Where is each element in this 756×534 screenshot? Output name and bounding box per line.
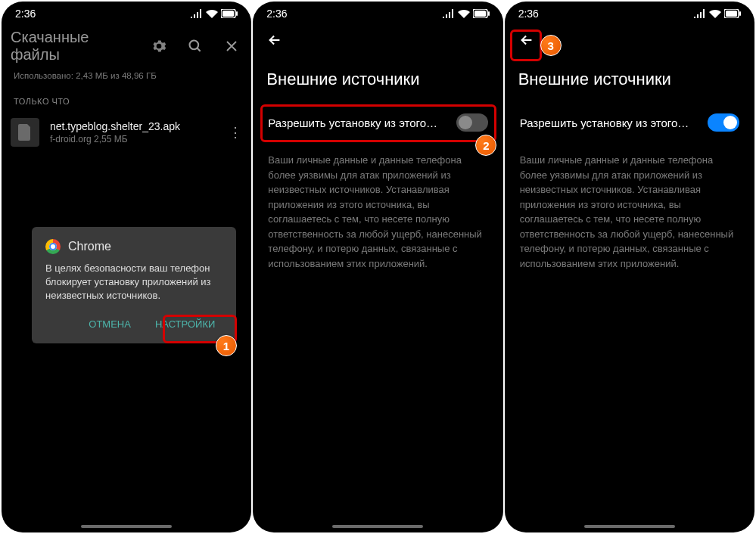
badge-3: 3 [540, 35, 562, 56]
status-icons [694, 9, 741, 18]
home-indicator[interactable] [584, 525, 675, 528]
more-icon[interactable]: ⋮ [229, 124, 242, 141]
highlight-2 [260, 104, 496, 142]
section-header: ТОЛЬКО ЧТО [2, 86, 251, 113]
svg-point-3 [190, 41, 199, 50]
close-icon[interactable] [221, 36, 242, 57]
toggle-label: Разрешить установку из этого… [520, 116, 689, 129]
warning-text: Ваши личные данные и данные телефона бол… [253, 139, 502, 284]
wifi-icon [458, 9, 470, 18]
chrome-icon [45, 239, 61, 254]
svg-rect-5 [474, 11, 486, 17]
page-title: Внешние источники [253, 51, 502, 106]
signal-icon [443, 9, 455, 18]
toggle-on[interactable] [708, 113, 739, 132]
storage-usage: Использовано: 2,43 МБ из 48,96 ГБ [2, 70, 251, 86]
svg-rect-9 [739, 11, 741, 16]
status-icons [191, 9, 238, 18]
file-icon [11, 118, 39, 147]
battery-icon [724, 9, 741, 18]
status-icons [443, 9, 490, 18]
status-time: 2:36 [15, 8, 36, 20]
file-info: net.typeblog.shelter_23.apk f-droid.org … [50, 120, 218, 144]
warning-text: Ваши личные данные и данные телефона бол… [505, 139, 754, 284]
home-indicator[interactable] [332, 525, 423, 528]
back-button[interactable] [253, 23, 502, 51]
wifi-icon [709, 9, 721, 18]
gear-icon[interactable] [148, 36, 170, 57]
signal-icon [191, 9, 203, 18]
arrow-left-icon [266, 32, 283, 48]
svg-rect-1 [222, 11, 234, 17]
svg-rect-2 [236, 11, 238, 16]
battery-icon [473, 9, 490, 18]
page-title: Внешние источники [505, 51, 754, 106]
status-time: 2:36 [518, 8, 539, 20]
topbar: Скачанные файлы [2, 23, 251, 70]
dialog-body: В целях безопасности ваш телефон блокиру… [45, 262, 222, 303]
file-name: net.typeblog.shelter_23.apk [50, 120, 218, 132]
page-title: Скачанные файлы [11, 29, 133, 64]
search-icon[interactable] [185, 36, 206, 57]
signal-icon [694, 9, 706, 18]
status-bar: 2:36 [2, 2, 251, 23]
phone-screen-1: 2:36 Скачанные файлы Использовано: 2,43 … [2, 2, 251, 532]
file-meta: f-droid.org 2,55 МБ [50, 134, 218, 144]
home-indicator[interactable] [81, 525, 172, 528]
file-row[interactable]: net.typeblog.shelter_23.apk f-droid.org … [2, 113, 251, 151]
allow-install-toggle-row[interactable]: Разрешить установку из этого… [505, 106, 754, 139]
dialog-title: Chrome [68, 240, 111, 253]
status-time: 2:36 [266, 8, 287, 20]
badge-1: 1 [216, 335, 237, 356]
phone-screen-3: 2:36 Внешние источники Разрешить установ… [505, 2, 754, 532]
battery-icon [221, 9, 238, 18]
status-bar: 2:36 [505, 2, 754, 23]
status-bar: 2:36 [253, 2, 502, 23]
highlight-3 [510, 29, 542, 61]
phone-screen-2: 2:36 Внешние источники Разрешить установ… [253, 2, 502, 532]
svg-rect-8 [726, 11, 737, 17]
cancel-button[interactable]: ОТМЕНА [81, 312, 138, 336]
wifi-icon [206, 9, 218, 18]
svg-rect-6 [488, 11, 490, 16]
